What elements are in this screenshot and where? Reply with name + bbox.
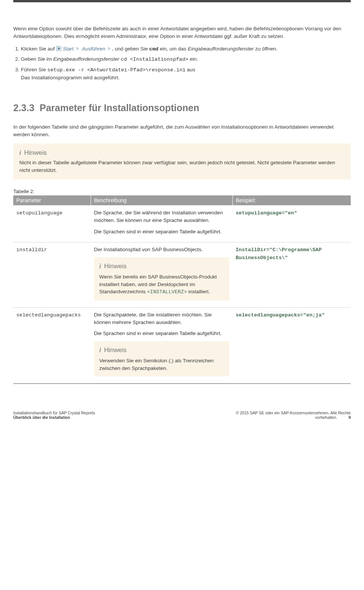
note-box: iHinweis Wenn Sie bereits ein SAP Busine… <box>94 257 230 301</box>
parameters-table: Parameter Beschreibung Beispiel: setupui… <box>13 195 351 384</box>
desc: Der Installationspfad von SAP BusinessOb… <box>94 246 230 253</box>
step-3: Führen Sie setup.exe -r <Antwortdatei-Pf… <box>21 66 351 82</box>
text: ein. <box>188 56 198 62</box>
table-row: selectedlanguagepacks Die Sprachpaktete,… <box>13 307 351 384</box>
table-row: setupuilanguage Die Sprache, die Sie wäh… <box>13 206 351 242</box>
example-code: setupuilanguage="en" <box>235 210 297 216</box>
note-header: iHinweis <box>19 149 345 157</box>
footer-doc-title: Installationshandbuch für SAP Crystal Re… <box>13 411 95 415</box>
step-1: Klicken Sie auf Start Ausführen , und ge… <box>21 45 351 53</box>
note-label: Hinweis <box>24 149 47 156</box>
note-box: iHinweis Nicht in dieser Tabelle aufgeli… <box>13 143 351 179</box>
section-heading: 2.3.3 Parameter für Installationsoptione… <box>13 102 351 113</box>
code: cd <Installationspfad> <box>121 57 188 62</box>
text: Führen Sie <box>21 67 47 72</box>
text: Klicken Sie auf <box>21 46 56 52</box>
steps-list: Klicken Sie auf Start Ausführen , und ge… <box>13 45 351 82</box>
note-body: Verwenden Sie ein Semikolon (;) als Tren… <box>99 357 224 372</box>
section-title-text: Parameter für Installationsoptionen <box>40 102 199 113</box>
footer-section: Überblick über die Installation <box>13 415 70 420</box>
info-icon: i <box>19 149 21 156</box>
term: Eingabeaufforderungsfenster <box>188 46 254 52</box>
nav-ausfuhren: Ausführen <box>82 46 105 52</box>
svg-marker-3 <box>108 47 110 50</box>
cmd-text: cmd <box>149 46 158 52</box>
page-footer: Installationshandbuch für SAP Crystal Re… <box>13 411 351 424</box>
text: Geben Sie im <box>21 56 53 62</box>
param-name: setupuilanguage <box>16 210 63 216</box>
page-number: 9 <box>337 415 351 420</box>
footer-left: Installationshandbuch für SAP Crystal Re… <box>13 411 95 420</box>
intro-paragraph: Wenn eine Option sowohl über die Befehls… <box>13 25 351 40</box>
th-beschreibung: Beschreibung <box>91 195 233 206</box>
text: aus <box>185 67 195 72</box>
svg-marker-2 <box>77 47 79 50</box>
term: Eingabeaufforderungsfenster <box>53 56 119 62</box>
text: , und geben Sie <box>112 46 149 52</box>
th-parameter: Parameter <box>13 195 91 206</box>
note-label: Hinweis <box>104 263 127 270</box>
desc: Die Sprachpaktete, die Sie installieren … <box>94 311 230 326</box>
step-2: Geben Sie im Eingabeaufforderungsfenster… <box>21 55 351 63</box>
footer-copyright: © 2015 SAP SE oder ein SAP-Konzernuntern… <box>236 411 351 415</box>
desc: Die Sprachen sind in einer separaten Tab… <box>94 330 230 337</box>
footer-copyright-2: vorbehalten. <box>315 415 337 420</box>
nav-start: Start <box>63 46 74 52</box>
note-box: iHinweis Verwenden Sie ein Semikolon (;)… <box>94 341 230 377</box>
table-header-row: Parameter Beschreibung Beispiel: <box>13 195 351 206</box>
start-menu-icon <box>56 46 61 51</box>
info-icon: i <box>99 263 101 270</box>
param-name: selectedlanguagepacks <box>16 312 81 318</box>
table-row: installdir Der Installationspfad von SAP… <box>13 242 351 308</box>
desc: Die Sprachen sind in einer separaten Tab… <box>94 228 230 236</box>
note-body: Nicht in dieser Tabelle aufgelistete Par… <box>19 159 345 174</box>
note-header: iHinweis <box>99 262 224 271</box>
footer-right: © 2015 SAP SE oder ein SAP-Konzernuntern… <box>236 411 351 420</box>
chevron-right-icon <box>107 46 112 51</box>
note-header: iHinweis <box>99 346 224 355</box>
text: Das Installationsprogramm wird ausgeführ… <box>21 75 119 80</box>
page-content: Wenn eine Option sowohl über die Befehls… <box>13 2 351 388</box>
text: ein, um das <box>158 46 188 52</box>
note-body: Wenn Sie bereits ein SAP BusinessObjects… <box>99 273 224 296</box>
text: zu öffnen. <box>254 46 278 52</box>
note-label: Hinweis <box>104 346 127 354</box>
desc: Die Sprache, die Sie während der Install… <box>94 209 230 224</box>
code: setup.exe -r <Antwortdatei-Pfad>\respons… <box>47 67 186 73</box>
example-code: selectedlanguagepacks="en;ja" <box>235 312 325 318</box>
text: installiert. <box>187 289 210 294</box>
th-beispiel: Beispiel: <box>232 195 351 206</box>
chevron-right-icon <box>75 46 80 51</box>
info-icon: i <box>99 346 101 354</box>
param-name: installdir <box>16 247 47 253</box>
example-code: InstallDir="C:\Programme\SAP BusinessObj… <box>235 247 322 261</box>
code: <INSTALLVERZ> <box>147 289 187 295</box>
table-caption: Tabelle 2: <box>13 189 351 194</box>
section-number: 2.3.3 <box>13 102 35 113</box>
section-intro: In der folgenden Tabelle sind die gängig… <box>13 123 351 138</box>
